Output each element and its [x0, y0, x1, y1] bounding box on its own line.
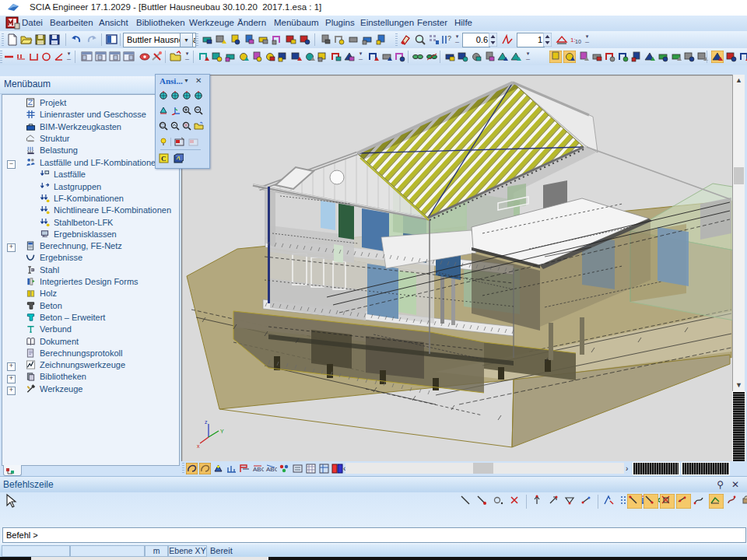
svg-text:Y: Y	[220, 429, 224, 434]
svg-text:ABC: ABC	[253, 466, 264, 473]
svg-text:z: z	[205, 419, 208, 425]
svg-text:?: ?	[447, 34, 451, 42]
svg-text:ABC: ABC	[266, 466, 277, 473]
svg-text:C: C	[161, 155, 167, 163]
svg-text:10: 10	[575, 39, 581, 44]
svg-text:x: x	[197, 443, 200, 449]
